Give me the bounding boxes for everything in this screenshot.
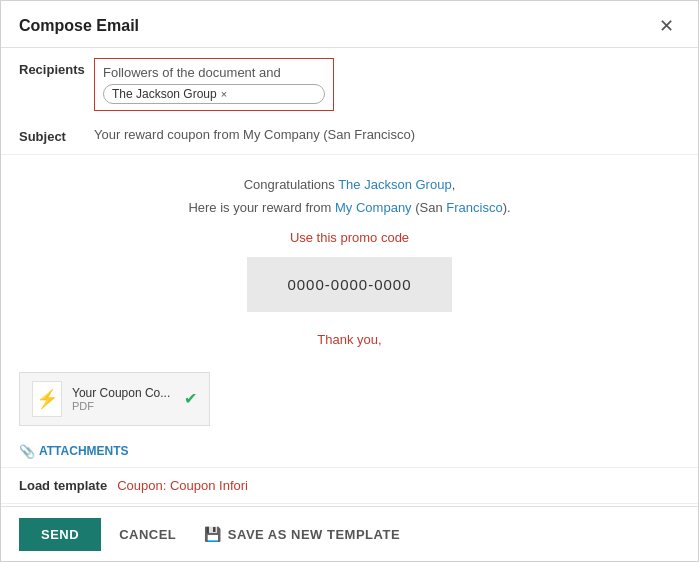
recipient-tag[interactable]: The Jackson Group ×	[103, 84, 325, 104]
cancel-button[interactable]: CANCEL	[109, 518, 186, 551]
attachments-label: ATTACHMENTS	[39, 444, 129, 458]
email-reward-line: Here is your reward from My Company (San…	[19, 196, 680, 219]
greeting-link: The Jackson Group	[338, 177, 451, 192]
subject-row: Subject Your reward coupon from My Compa…	[1, 117, 698, 155]
recipients-label: Recipients	[19, 58, 94, 77]
reward-plain: Here is your reward from	[188, 200, 335, 215]
subject-label: Subject	[19, 125, 94, 144]
email-greeting-line: Congratulations The Jackson Group,	[19, 173, 680, 196]
attachments-link[interactable]: 📎 ATTACHMENTS	[1, 436, 698, 468]
save-template-label: SAVE AS NEW TEMPLATE	[228, 527, 400, 542]
dialog-header: Compose Email ✕	[1, 1, 698, 48]
recipients-box: Followers of the document and The Jackso…	[94, 58, 334, 111]
dialog-footer: SEND CANCEL 💾 SAVE AS NEW TEMPLATE	[1, 506, 698, 561]
greeting-end: ,	[452, 177, 456, 192]
send-button[interactable]: SEND	[19, 518, 101, 551]
attachment-info: Your Coupon Co... PDF	[72, 386, 170, 412]
save-icon: 💾	[204, 526, 222, 542]
pdf-icon: ⚡	[32, 381, 62, 417]
attachment-item[interactable]: ⚡ Your Coupon Co... PDF ✔	[19, 372, 210, 426]
load-template-label: Load template	[19, 478, 107, 493]
close-button[interactable]: ✕	[653, 15, 680, 37]
attachment-check-icon: ✔	[184, 389, 197, 408]
city-link: Francisco	[446, 200, 502, 215]
subject-value: Your reward coupon from My Company (San …	[94, 127, 680, 142]
promo-label: Use this promo code	[290, 230, 409, 245]
template-value[interactable]: Coupon: Coupon Infori	[117, 478, 248, 493]
reward-end: ).	[503, 200, 511, 215]
recipient-tag-label: The Jackson Group	[112, 87, 217, 101]
attachment-type: PDF	[72, 400, 170, 412]
email-body-area: Congratulations The Jackson Group, Here …	[1, 155, 698, 362]
attachment-section: ⚡ Your Coupon Co... PDF ✔	[1, 362, 698, 436]
greeting-plain: Congratulations	[244, 177, 338, 192]
save-as-new-template-button[interactable]: 💾 SAVE AS NEW TEMPLATE	[194, 517, 410, 551]
paperclip-icon: 📎	[19, 444, 35, 459]
reward-mid: (San	[412, 200, 447, 215]
company-link: My Company	[335, 200, 412, 215]
dialog-body: Recipients Followers of the document and…	[1, 48, 698, 506]
promo-code-box: 0000-0000-0000	[247, 257, 451, 312]
recipients-row: Recipients Followers of the document and…	[1, 48, 698, 117]
compose-email-dialog: Compose Email ✕ Recipients Followers of …	[0, 0, 699, 562]
attachment-name: Your Coupon Co...	[72, 386, 170, 400]
dialog-title: Compose Email	[19, 17, 139, 35]
recipients-text: Followers of the document and	[103, 65, 325, 80]
thank-you-text: Thank you,	[19, 328, 680, 351]
load-template-row: Load template Coupon: Coupon Infori	[1, 468, 698, 504]
recipient-remove-button[interactable]: ×	[221, 88, 227, 100]
pdf-symbol-icon: ⚡	[36, 388, 58, 410]
